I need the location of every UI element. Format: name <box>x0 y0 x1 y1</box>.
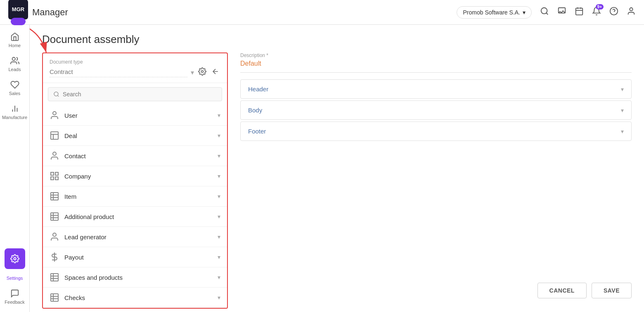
action-buttons: CANCEL SAVE <box>240 274 632 302</box>
logo-toggle <box>11 18 26 25</box>
svg-point-0 <box>541 8 547 14</box>
manufacture-icon <box>10 104 19 113</box>
back-button[interactable] <box>211 67 220 79</box>
sidebar-item-leads[interactable]: Leads <box>0 53 29 75</box>
help-icon[interactable] <box>609 7 618 18</box>
sidebar-label-settings: Settings <box>7 276 23 281</box>
list-item[interactable]: User ▾ <box>43 105 227 126</box>
accordion-header-section: Header ▾ <box>240 79 632 99</box>
accordion-header[interactable]: Header ▾ <box>241 80 631 98</box>
svg-point-10 <box>12 57 15 60</box>
list-item-label: Deal <box>64 132 213 139</box>
search-input[interactable] <box>63 91 217 98</box>
list-item[interactable]: Additional product ▾ <box>43 207 227 227</box>
sidebar-label-sales: Sales <box>9 91 21 96</box>
person-icon <box>50 110 59 120</box>
cancel-button[interactable]: CANCEL <box>537 283 587 298</box>
list-item[interactable]: Lead generator ▾ <box>43 227 227 247</box>
accordion-body-label: Body <box>248 107 262 114</box>
list-item[interactable]: Spaces and products ▾ <box>43 267 227 288</box>
doc-type-label: Document type <box>50 59 220 65</box>
list-item-label: Contact <box>64 152 213 160</box>
chevron-down-icon: ▾ <box>218 152 220 159</box>
svg-point-16 <box>201 71 204 73</box>
logo-box: MGR <box>8 0 28 19</box>
accordion-body[interactable]: Body ▾ <box>241 101 631 119</box>
settings-gear-button[interactable] <box>197 67 207 79</box>
accordion-body-section: Body ▾ <box>240 100 632 120</box>
svg-rect-28 <box>55 177 58 180</box>
chevron-down-icon: ▾ <box>218 254 220 260</box>
svg-rect-29 <box>51 193 58 200</box>
chevron-down-icon: ▾ <box>218 294 220 301</box>
chat-icon[interactable] <box>557 7 566 18</box>
gear-icon <box>198 67 206 76</box>
user-avatar-icon[interactable] <box>627 7 636 18</box>
list-item[interactable]: Company ▾ <box>43 166 227 186</box>
app-title: Manager <box>32 7 68 18</box>
sidebar-item-feedback[interactable]: Feedback <box>2 286 27 308</box>
logo-area: MGR Manager <box>8 0 68 25</box>
org-chevron: ▾ <box>523 9 526 16</box>
list-item-label: Lead generator <box>64 233 213 241</box>
gear-icon-sidebar <box>10 254 19 263</box>
chevron-down-icon: ▾ <box>218 193 220 200</box>
chevron-down-icon: ▾ <box>621 107 624 114</box>
accordion-footer[interactable]: Footer ▾ <box>241 122 631 141</box>
svg-rect-25 <box>51 172 54 175</box>
list-item[interactable]: Payout ▾ <box>43 247 227 267</box>
left-panel-wrapper: Document type Contract ▾ <box>42 52 228 302</box>
home-icon <box>10 32 19 41</box>
sidebar-item-settings[interactable] <box>5 248 25 269</box>
accordion-header-label: Header <box>248 86 268 93</box>
svg-line-1 <box>546 13 548 14</box>
chevron-down-icon: ▾ <box>218 112 220 119</box>
sales-icon <box>10 80 19 89</box>
sidebar-item-manufacture[interactable]: Manufacture <box>0 101 29 123</box>
search-icon-panel <box>53 91 59 98</box>
list-item-label: Company <box>64 173 213 180</box>
dropdown-arrow: ▾ <box>191 69 194 76</box>
sidebar-label-manufacture: Manufacture <box>2 115 27 120</box>
list-item[interactable]: Checks ▾ <box>43 288 227 308</box>
sidebar-item-home[interactable]: Home <box>0 29 29 51</box>
chevron-down-icon: ▾ <box>218 132 220 139</box>
svg-rect-39 <box>51 274 58 281</box>
accordion-footer-label: Footer <box>248 128 266 135</box>
doc-type-row: Contract ▾ <box>50 67 220 79</box>
main-layout: Home Leads Sales Manufacture Settings Fe… <box>0 25 644 312</box>
list-item[interactable]: Deal ▾ <box>43 126 227 146</box>
org-selector[interactable]: Promob Software S.A. ▾ <box>457 6 532 19</box>
page-title: Document assembly <box>42 33 632 46</box>
list-item-label: Additional product <box>64 213 213 220</box>
list-item-label: User <box>64 112 213 119</box>
svg-rect-43 <box>51 294 58 301</box>
notification-badge: 9+ <box>596 4 604 10</box>
content-area: Document assembly <box>30 25 644 312</box>
sidebar-item-sales[interactable]: Sales <box>0 77 29 99</box>
search-icon[interactable] <box>540 7 549 18</box>
sidebar-label-home: Home <box>9 43 21 48</box>
additional-product-icon <box>50 212 59 221</box>
search-bar[interactable] <box>48 87 222 101</box>
doc-type-value: Contract <box>50 68 187 77</box>
items-list: User ▾ Deal ▾ Contact <box>43 105 227 308</box>
two-col-layout: Document type Contract ▾ <box>42 52 632 302</box>
save-button[interactable]: SAVE <box>592 283 632 298</box>
svg-rect-27 <box>51 177 54 180</box>
spaces-icon <box>50 272 59 282</box>
list-item-label: Checks <box>64 294 213 301</box>
notification-icon[interactable]: 9+ <box>592 7 601 18</box>
description-label: Description * <box>240 52 632 58</box>
svg-point-14 <box>14 257 16 260</box>
chevron-down-icon: ▾ <box>218 233 220 240</box>
feedback-icon <box>10 289 19 298</box>
svg-rect-33 <box>51 213 58 220</box>
list-item[interactable]: Item ▾ <box>43 186 227 207</box>
list-item[interactable]: Contact ▾ <box>43 146 227 166</box>
sidebar-label-feedback: Feedback <box>5 300 24 305</box>
top-header: MGR Manager Promob Software S.A. ▾ 9+ <box>0 0 644 25</box>
chevron-down-icon: ▾ <box>621 128 624 135</box>
calendar-icon[interactable] <box>575 7 584 18</box>
org-name: Promob Software S.A. <box>463 9 520 16</box>
